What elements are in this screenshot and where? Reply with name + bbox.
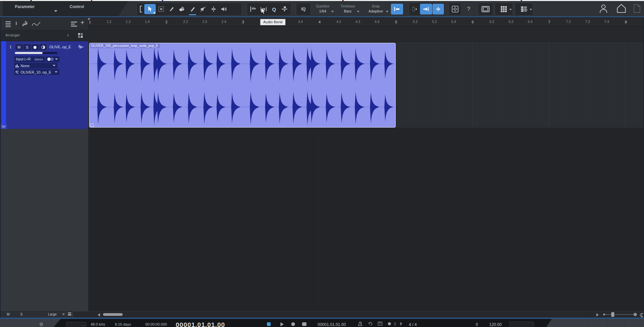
waveform-view-icon[interactable] bbox=[78, 45, 84, 51]
control-tab[interactable]: Control bbox=[70, 4, 84, 9]
input-select[interactable]: Input L+R Stereo bbox=[14, 56, 45, 62]
video-button[interactable] bbox=[478, 3, 493, 16]
grid-view-button[interactable] bbox=[495, 3, 513, 16]
chevron-down-icon[interactable] bbox=[62, 314, 65, 315]
parameter-tab-arrow-icon[interactable] bbox=[54, 10, 57, 12]
track-scroll-button[interactable] bbox=[410, 4, 420, 14]
control-tab-arrow-icon[interactable] bbox=[122, 10, 125, 12]
track-header-1[interactable]: 1 M S OLIVE..op_E Input L+R Stereo bbox=[1, 41, 88, 129]
solo-button[interactable]: S bbox=[23, 44, 31, 51]
range-tool-button[interactable] bbox=[156, 4, 166, 14]
grid-line bbox=[587, 42, 587, 128]
time-signature[interactable]: 4 / 4 bbox=[409, 322, 417, 327]
inspector-icon[interactable]: i bbox=[16, 20, 17, 26]
track-volume-slider[interactable] bbox=[15, 52, 57, 54]
add-track-plus-icon[interactable]: + bbox=[80, 19, 84, 27]
sections-icon[interactable] bbox=[78, 33, 83, 39]
keyboard-icon[interactable] bbox=[378, 322, 382, 326]
listen-tool-button[interactable] bbox=[219, 4, 229, 14]
record-button[interactable] bbox=[291, 322, 295, 326]
arranger-header[interactable]: Arranger ♪ bbox=[1, 30, 88, 41]
parameter-tab[interactable]: Parameter bbox=[15, 4, 35, 9]
tempo-value[interactable]: 120.00 bbox=[489, 322, 502, 327]
zoom-slider-rail[interactable] bbox=[604, 314, 636, 315]
track-color-strip bbox=[1, 41, 6, 124]
track-size-dropdown[interactable]: Large bbox=[48, 312, 57, 316]
navigate-button[interactable] bbox=[449, 3, 462, 16]
zoom-slider-thumb[interactable] bbox=[611, 312, 614, 317]
zoom-out-dot[interactable] bbox=[603, 314, 605, 316]
bend-marker-tool-button[interactable] bbox=[279, 4, 290, 14]
input-mode-label: Stereo bbox=[34, 58, 43, 61]
chevron-down-icon bbox=[331, 11, 334, 12]
audio-bend-tool-button[interactable] bbox=[248, 4, 258, 14]
global-mute-button[interactable]: M bbox=[7, 312, 9, 316]
autoscroll-button[interactable] bbox=[420, 4, 432, 15]
loop-active-button[interactable] bbox=[267, 322, 271, 326]
input-quantize-button[interactable]: IQ bbox=[296, 3, 311, 16]
timeline-ruler[interactable]: 11.21.31.422.22.32.433.23.444.24.34.455.… bbox=[88, 18, 643, 27]
cursor-follow-button[interactable] bbox=[432, 4, 444, 15]
document-icon[interactable] bbox=[633, 4, 641, 14]
add-track-button[interactable] bbox=[515, 3, 533, 16]
play-button[interactable] bbox=[280, 322, 284, 326]
tempo-display-box bbox=[510, 322, 534, 327]
global-solo-button[interactable]: S bbox=[20, 312, 23, 316]
grid-line bbox=[510, 42, 511, 128]
mute-button[interactable]: M bbox=[15, 44, 23, 51]
timebase-dropdown[interactable]: Timebase Bars bbox=[337, 3, 359, 16]
track-automation-toggle[interactable] bbox=[1, 124, 7, 129]
instrument-select[interactable]: None bbox=[14, 63, 57, 69]
record-arm-button[interactable] bbox=[31, 44, 40, 51]
transport-bar: ⚙ … 48.0 kHz 6:15 days 00:00:00.000 0000… bbox=[0, 319, 644, 327]
scroll-left-arrow[interactable] bbox=[98, 313, 100, 317]
position-display-large: 00001.01.01.00 bbox=[176, 321, 225, 327]
settings-gear-icon[interactable]: ⚙ bbox=[39, 322, 44, 327]
automation-curve-icon[interactable] bbox=[32, 22, 41, 28]
scrollbar-thumb[interactable] bbox=[103, 313, 123, 316]
grid-line bbox=[635, 42, 635, 128]
paint-tool-button[interactable] bbox=[188, 4, 198, 14]
track-volume-fill bbox=[15, 52, 43, 54]
grid-line bbox=[439, 42, 439, 128]
precount-icon[interactable] bbox=[368, 322, 373, 327]
home-icon[interactable] bbox=[616, 4, 626, 15]
record-mode-icon[interactable] bbox=[388, 322, 391, 325]
scroll-right-arrow[interactable] bbox=[596, 313, 599, 317]
grid-line bbox=[410, 42, 410, 128]
input-toggle[interactable] bbox=[46, 56, 59, 62]
audio-event-clip[interactable]: OLIVER_100_percussion_loop_soda_pop_E bbox=[89, 43, 396, 128]
metronome-icon[interactable] bbox=[358, 322, 362, 327]
snap-toggle-button[interactable] bbox=[391, 4, 403, 15]
bend-split-tool-button[interactable] bbox=[208, 4, 219, 14]
performance-icon[interactable] bbox=[399, 322, 402, 327]
snap-dropdown[interactable]: Snap Adaptive bbox=[364, 3, 388, 16]
arrow-tool-button[interactable] bbox=[144, 4, 156, 14]
clip-resize-handle[interactable] bbox=[90, 124, 94, 127]
help-button[interactable]: ? bbox=[462, 3, 475, 16]
position-display-small: 00001.01.01.00 bbox=[318, 322, 346, 327]
grid-line bbox=[611, 42, 611, 128]
mute-tool-button[interactable] bbox=[198, 4, 208, 14]
grid-line bbox=[434, 42, 434, 128]
split-knife-tool-button[interactable] bbox=[167, 4, 177, 14]
space-remaining: 6:15 days bbox=[115, 322, 131, 326]
ruler-tick: 1.4 bbox=[145, 20, 150, 24]
zoom-in-dot[interactable] bbox=[634, 313, 637, 316]
arrangement-empty-area[interactable] bbox=[88, 128, 643, 311]
output-select[interactable]: OLIVER_10..op_E bbox=[14, 69, 59, 75]
stop-button[interactable] bbox=[302, 322, 306, 326]
quantize-dropdown[interactable]: Quantize 1/64 bbox=[312, 3, 334, 16]
eraser-tool-button[interactable] bbox=[177, 4, 187, 14]
tools-wrench-icon[interactable] bbox=[22, 21, 28, 28]
user-account-icon[interactable] bbox=[599, 3, 608, 15]
quantize-tool-button[interactable]: Q bbox=[269, 4, 279, 14]
music-note-icon[interactable]: ♪ bbox=[67, 32, 69, 37]
arranger-lane[interactable] bbox=[88, 27, 643, 42]
monitor-button[interactable] bbox=[39, 44, 47, 51]
track-list-options-icon[interactable] bbox=[71, 21, 77, 28]
track-button-group: M S bbox=[15, 44, 47, 51]
grid-line bbox=[640, 42, 640, 128]
mouse-cursor bbox=[261, 8, 266, 16]
track-name[interactable]: OLIVE..op_E bbox=[49, 45, 71, 49]
